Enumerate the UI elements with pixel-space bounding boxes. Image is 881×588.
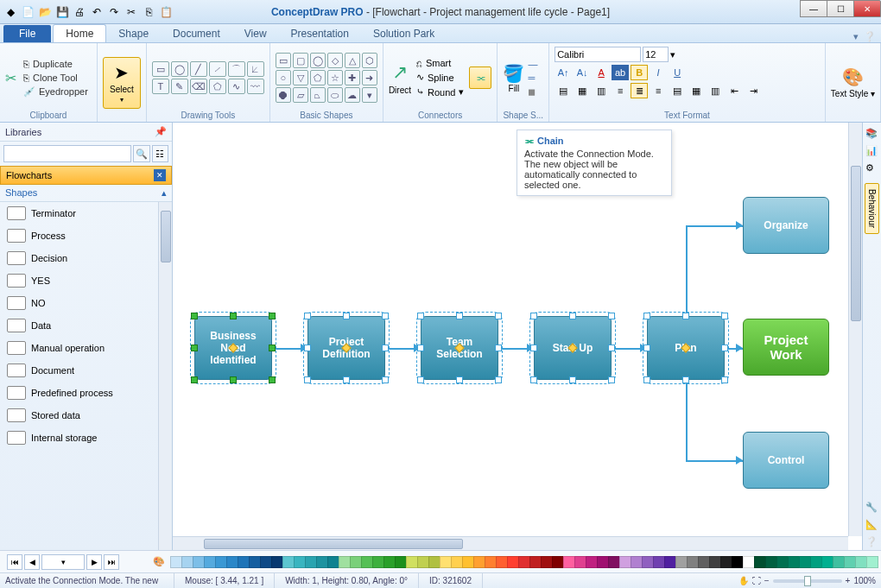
align-tl-button[interactable]: ▤ — [555, 83, 572, 98]
shape-item-internal-storage[interactable]: Internal storage — [0, 427, 158, 449]
polygon-tool[interactable]: ⬠ — [209, 79, 226, 94]
color-swatch[interactable] — [294, 556, 306, 568]
behaviour-tab[interactable]: Behaviour — [865, 183, 879, 234]
shape-more[interactable]: ▾ — [362, 87, 377, 103]
help-icon[interactable]: ❔ — [864, 31, 876, 42]
color-swatch[interactable] — [271, 556, 283, 568]
selection-handle[interactable] — [608, 345, 615, 351]
duplicate-button[interactable]: ⎘Duplicate — [20, 58, 92, 70]
selection-handle[interactable] — [191, 345, 198, 351]
color-swatch[interactable] — [687, 556, 699, 568]
search-input[interactable] — [3, 145, 131, 162]
selection-handle[interactable] — [530, 376, 537, 383]
indent-inc-button[interactable]: ⇥ — [745, 83, 762, 98]
color-swatch[interactable] — [282, 556, 295, 568]
shape-item-yes[interactable]: YES — [0, 269, 158, 292]
first-page-button[interactable]: ⏮ — [7, 554, 22, 570]
shape-roundrect[interactable]: ▢ — [293, 53, 308, 68]
flowchart-node-n7[interactable]: Project Work — [743, 319, 829, 376]
color-swatch[interactable] — [383, 556, 396, 568]
font-size-select[interactable] — [643, 47, 669, 62]
line-tool[interactable]: ╱ — [190, 61, 207, 77]
color-swatch[interactable] — [586, 556, 598, 568]
selection-handle[interactable] — [721, 313, 728, 319]
selection-handle[interactable] — [382, 313, 389, 319]
round-connector[interactable]: ⤷Round ▾ — [415, 85, 466, 98]
color-swatch[interactable] — [833, 556, 845, 568]
panel-icon-3[interactable]: ⚙ — [865, 162, 879, 176]
shape-plus[interactable]: ✚ — [345, 70, 360, 85]
selection-handle[interactable] — [682, 376, 689, 383]
shape-triangle[interactable]: △ — [345, 53, 360, 68]
color-swatch[interactable] — [395, 556, 407, 568]
color-swatch[interactable] — [799, 556, 811, 568]
close-tab-icon[interactable]: ✕ — [154, 169, 166, 181]
flowchart-node-n8[interactable]: Control — [743, 432, 829, 489]
selection-handle[interactable] — [191, 313, 198, 319]
shrink-font-button[interactable]: A↓ — [574, 65, 591, 80]
color-swatch[interactable] — [496, 556, 508, 568]
color-swatch[interactable] — [215, 556, 227, 568]
highlight-button[interactable]: ab — [612, 65, 629, 80]
cut-icon[interactable]: ✂ — [124, 5, 138, 19]
selection-handle[interactable] — [495, 376, 502, 383]
selection-handle[interactable] — [269, 376, 276, 383]
color-swatch[interactable] — [361, 556, 373, 568]
arc-tool[interactable]: ⌒ — [228, 61, 245, 77]
color-swatch[interactable] — [226, 556, 238, 568]
color-swatch[interactable] — [552, 556, 564, 568]
shape-item-document[interactable]: Document — [0, 359, 158, 382]
paste-icon[interactable]: 📋 — [159, 5, 173, 19]
color-swatch[interactable] — [204, 556, 216, 568]
selection-handle[interactable] — [721, 376, 728, 383]
palette-icon[interactable]: 🎨 — [153, 556, 165, 567]
selection-handle[interactable] — [643, 345, 650, 351]
library-scrollbar[interactable] — [158, 202, 172, 550]
selection-handle[interactable] — [343, 313, 350, 319]
color-swatch[interactable] — [619, 556, 631, 568]
panel-icon-4[interactable]: 🔧 — [865, 502, 879, 515]
selection-handle[interactable] — [269, 345, 276, 351]
shape-item-terminator[interactable]: Terminator — [0, 202, 158, 224]
color-swatch[interactable] — [563, 556, 575, 568]
cut-icon[interactable]: ✂ — [5, 70, 16, 86]
color-swatch[interactable] — [440, 556, 452, 568]
color-swatch[interactable] — [518, 556, 530, 568]
pen-tool[interactable]: ✎ — [171, 79, 188, 94]
bold-button[interactable]: B — [631, 65, 648, 80]
selection-handle[interactable] — [643, 376, 650, 383]
align-ml-button[interactable]: ≡ — [612, 83, 629, 98]
align-mc-button[interactable]: ≣ — [631, 83, 648, 98]
undo-icon[interactable]: ↶ — [90, 5, 104, 19]
shape-cyl[interactable]: ⬭ — [327, 87, 343, 103]
shape-circle[interactable]: ○ — [276, 70, 291, 85]
zoom-slider[interactable] — [773, 579, 842, 583]
shape-star[interactable]: ☆ — [327, 70, 343, 85]
open-icon[interactable]: 📂 — [38, 5, 52, 19]
smart-connector[interactable]: ⎌Smart — [415, 57, 466, 69]
tab-view[interactable]: View — [232, 25, 279, 42]
last-page-button[interactable]: ⏭ — [104, 554, 119, 570]
color-swatch[interactable] — [260, 556, 272, 568]
copy-icon[interactable]: ⎘ — [142, 5, 155, 19]
file-tab[interactable]: File — [3, 25, 51, 42]
selection-handle[interactable] — [304, 376, 311, 383]
italic-button[interactable]: I — [650, 65, 667, 80]
tab-presentation[interactable]: Presentation — [279, 25, 361, 42]
shape-para[interactable]: ▱ — [293, 87, 308, 103]
color-swatch[interactable] — [642, 556, 654, 568]
selection-handle[interactable] — [304, 345, 311, 351]
grow-font-button[interactable]: A↑ — [555, 65, 572, 80]
clone-tool-button[interactable]: ⎘Clone Tool — [20, 72, 92, 84]
selection-handle[interactable] — [456, 376, 463, 383]
selection-handle[interactable] — [643, 313, 650, 319]
scrollbar-thumb[interactable] — [161, 211, 171, 262]
color-swatch[interactable] — [485, 556, 497, 568]
text-tool[interactable]: T — [152, 79, 169, 94]
color-swatch[interactable] — [350, 556, 362, 568]
color-swatch[interactable] — [810, 556, 822, 568]
color-swatch[interactable] — [631, 556, 643, 568]
h-scrollbar-thumb[interactable] — [204, 539, 463, 549]
direct-icon[interactable]: ↗ — [392, 61, 408, 84]
print-icon[interactable]: 🖨 — [73, 5, 86, 19]
